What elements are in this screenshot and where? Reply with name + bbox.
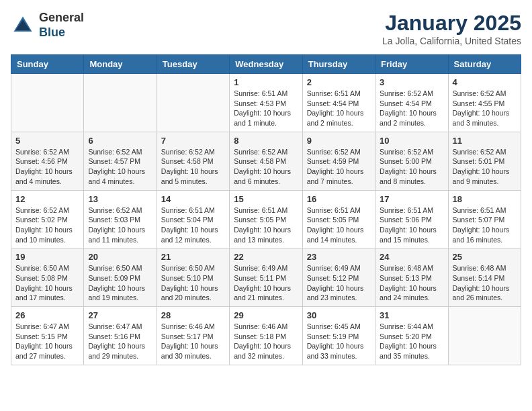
day-info-30: Sunrise: 6:45 AM Sunset: 5:19 PM Dayligh…	[307, 322, 371, 361]
day-cell-3: 3Sunrise: 6:52 AM Sunset: 4:54 PM Daylig…	[375, 74, 448, 132]
day-number-25: 25	[453, 252, 517, 262]
day-cell-20: 20Sunrise: 6:50 AM Sunset: 5:09 PM Dayli…	[84, 248, 157, 307]
day-cell-2: 2Sunrise: 6:51 AM Sunset: 4:54 PM Daylig…	[302, 74, 375, 132]
day-cell-19: 19Sunrise: 6:50 AM Sunset: 5:08 PM Dayli…	[11, 248, 84, 307]
day-info-18: Sunrise: 6:51 AM Sunset: 5:07 PM Dayligh…	[453, 205, 517, 245]
day-number-5: 5	[15, 136, 79, 146]
empty-cell	[157, 74, 229, 132]
day-info-11: Sunrise: 6:52 AM Sunset: 5:01 PM Dayligh…	[453, 147, 517, 187]
day-info-24: Sunrise: 6:48 AM Sunset: 5:13 PM Dayligh…	[380, 263, 443, 303]
weekday-header-friday: Friday	[375, 55, 448, 74]
day-info-27: Sunrise: 6:47 AM Sunset: 5:16 PM Dayligh…	[88, 322, 152, 361]
day-number-3: 3	[380, 77, 443, 87]
day-cell-18: 18Sunrise: 6:51 AM Sunset: 5:07 PM Dayli…	[448, 190, 521, 248]
day-number-11: 11	[453, 136, 517, 146]
day-cell-29: 29Sunrise: 6:46 AM Sunset: 5:18 PM Dayli…	[230, 307, 302, 365]
day-info-7: Sunrise: 6:52 AM Sunset: 4:58 PM Dayligh…	[161, 147, 225, 187]
empty-cell	[84, 74, 157, 132]
month-title: January 2025	[382, 11, 521, 36]
day-info-10: Sunrise: 6:52 AM Sunset: 5:00 PM Dayligh…	[380, 147, 443, 187]
day-cell-10: 10Sunrise: 6:52 AM Sunset: 5:00 PM Dayli…	[375, 132, 448, 190]
day-number-26: 26	[15, 310, 79, 320]
day-cell-13: 13Sunrise: 6:52 AM Sunset: 5:03 PM Dayli…	[84, 190, 157, 248]
weekday-header-thursday: Thursday	[302, 55, 375, 74]
day-cell-26: 26Sunrise: 6:47 AM Sunset: 5:15 PM Dayli…	[11, 307, 84, 365]
day-number-28: 28	[161, 310, 225, 320]
day-info-25: Sunrise: 6:48 AM Sunset: 5:14 PM Dayligh…	[453, 263, 517, 303]
empty-cell	[11, 74, 84, 132]
calendar-table: SundayMondayTuesdayWednesdayThursdayFrid…	[11, 54, 521, 365]
day-cell-25: 25Sunrise: 6:48 AM Sunset: 5:14 PM Dayli…	[448, 248, 521, 307]
day-info-6: Sunrise: 6:52 AM Sunset: 4:57 PM Dayligh…	[88, 147, 152, 187]
day-cell-16: 16Sunrise: 6:51 AM Sunset: 5:05 PM Dayli…	[302, 190, 375, 248]
day-cell-30: 30Sunrise: 6:45 AM Sunset: 5:19 PM Dayli…	[302, 307, 375, 365]
weekday-header-tuesday: Tuesday	[157, 55, 229, 74]
day-number-18: 18	[453, 194, 517, 204]
weekday-header-wednesday: Wednesday	[230, 55, 302, 74]
day-info-5: Sunrise: 6:52 AM Sunset: 4:56 PM Dayligh…	[15, 147, 79, 187]
day-cell-11: 11Sunrise: 6:52 AM Sunset: 5:01 PM Dayli…	[448, 132, 521, 190]
day-cell-12: 12Sunrise: 6:52 AM Sunset: 5:02 PM Dayli…	[11, 190, 84, 248]
day-cell-6: 6Sunrise: 6:52 AM Sunset: 4:57 PM Daylig…	[84, 132, 157, 190]
logo-icon	[11, 13, 35, 38]
day-number-15: 15	[234, 194, 298, 204]
day-number-14: 14	[161, 194, 225, 204]
day-info-9: Sunrise: 6:52 AM Sunset: 4:59 PM Dayligh…	[307, 147, 371, 187]
day-info-14: Sunrise: 6:51 AM Sunset: 5:04 PM Dayligh…	[161, 205, 225, 245]
day-info-17: Sunrise: 6:51 AM Sunset: 5:06 PM Dayligh…	[380, 205, 443, 245]
day-info-20: Sunrise: 6:50 AM Sunset: 5:09 PM Dayligh…	[88, 263, 152, 303]
day-number-24: 24	[380, 252, 443, 262]
weekday-header-sunday: Sunday	[11, 55, 84, 74]
weekday-header-row: SundayMondayTuesdayWednesdayThursdayFrid…	[11, 55, 521, 74]
day-number-16: 16	[307, 194, 371, 204]
day-number-19: 19	[15, 252, 79, 262]
day-number-8: 8	[234, 136, 298, 146]
day-cell-23: 23Sunrise: 6:49 AM Sunset: 5:12 PM Dayli…	[302, 248, 375, 307]
day-info-26: Sunrise: 6:47 AM Sunset: 5:15 PM Dayligh…	[15, 322, 79, 361]
weekday-header-monday: Monday	[84, 55, 157, 74]
day-number-22: 22	[234, 252, 298, 262]
day-info-4: Sunrise: 6:52 AM Sunset: 4:55 PM Dayligh…	[453, 89, 517, 128]
day-info-29: Sunrise: 6:46 AM Sunset: 5:18 PM Dayligh…	[234, 322, 298, 361]
day-number-10: 10	[380, 136, 443, 146]
day-cell-28: 28Sunrise: 6:46 AM Sunset: 5:17 PM Dayli…	[157, 307, 229, 365]
empty-cell	[448, 307, 521, 365]
logo: General Blue	[11, 11, 84, 40]
day-cell-31: 31Sunrise: 6:44 AM Sunset: 5:20 PM Dayli…	[375, 307, 448, 365]
day-info-13: Sunrise: 6:52 AM Sunset: 5:03 PM Dayligh…	[88, 205, 152, 245]
day-info-2: Sunrise: 6:51 AM Sunset: 4:54 PM Dayligh…	[307, 89, 371, 128]
day-cell-14: 14Sunrise: 6:51 AM Sunset: 5:04 PM Dayli…	[157, 190, 229, 248]
day-number-21: 21	[161, 252, 225, 262]
day-info-3: Sunrise: 6:52 AM Sunset: 4:54 PM Dayligh…	[380, 89, 443, 128]
day-cell-4: 4Sunrise: 6:52 AM Sunset: 4:55 PM Daylig…	[448, 74, 521, 132]
week-row-5: 26Sunrise: 6:47 AM Sunset: 5:15 PM Dayli…	[11, 307, 521, 365]
day-number-23: 23	[307, 252, 371, 262]
day-info-23: Sunrise: 6:49 AM Sunset: 5:12 PM Dayligh…	[307, 263, 371, 303]
day-cell-7: 7Sunrise: 6:52 AM Sunset: 4:58 PM Daylig…	[157, 132, 229, 190]
day-number-29: 29	[234, 310, 298, 320]
day-info-28: Sunrise: 6:46 AM Sunset: 5:17 PM Dayligh…	[161, 322, 225, 361]
day-cell-1: 1Sunrise: 6:51 AM Sunset: 4:53 PM Daylig…	[230, 74, 302, 132]
day-info-19: Sunrise: 6:50 AM Sunset: 5:08 PM Dayligh…	[15, 263, 79, 303]
day-number-1: 1	[234, 77, 298, 87]
title-block: January 2025 La Jolla, California, Unite…	[382, 11, 521, 46]
week-row-1: 1Sunrise: 6:51 AM Sunset: 4:53 PM Daylig…	[11, 74, 521, 132]
day-info-1: Sunrise: 6:51 AM Sunset: 4:53 PM Dayligh…	[234, 89, 298, 128]
day-cell-22: 22Sunrise: 6:49 AM Sunset: 5:11 PM Dayli…	[230, 248, 302, 307]
weekday-header-saturday: Saturday	[448, 55, 521, 74]
day-cell-21: 21Sunrise: 6:50 AM Sunset: 5:10 PM Dayli…	[157, 248, 229, 307]
day-number-17: 17	[380, 194, 443, 204]
day-cell-15: 15Sunrise: 6:51 AM Sunset: 5:05 PM Dayli…	[230, 190, 302, 248]
day-info-31: Sunrise: 6:44 AM Sunset: 5:20 PM Dayligh…	[380, 322, 443, 361]
day-number-9: 9	[307, 136, 371, 146]
page-header: General Blue January 2025 La Jolla, Cali…	[11, 11, 521, 46]
day-number-4: 4	[453, 77, 517, 87]
day-info-12: Sunrise: 6:52 AM Sunset: 5:02 PM Dayligh…	[15, 205, 79, 245]
day-cell-9: 9Sunrise: 6:52 AM Sunset: 4:59 PM Daylig…	[302, 132, 375, 190]
day-number-7: 7	[161, 136, 225, 146]
day-cell-8: 8Sunrise: 6:52 AM Sunset: 4:58 PM Daylig…	[230, 132, 302, 190]
day-info-8: Sunrise: 6:52 AM Sunset: 4:58 PM Dayligh…	[234, 147, 298, 187]
day-number-13: 13	[88, 194, 152, 204]
week-row-3: 12Sunrise: 6:52 AM Sunset: 5:02 PM Dayli…	[11, 190, 521, 248]
day-number-27: 27	[88, 310, 152, 320]
